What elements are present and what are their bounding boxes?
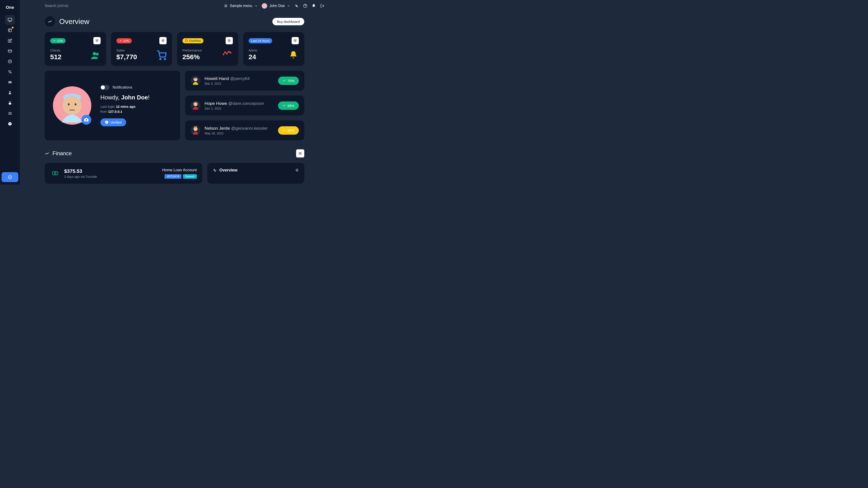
svg-rect-1 <box>8 29 11 32</box>
buy-dashboard-button[interactable]: Buy dashboard <box>272 18 304 25</box>
indent-icon <box>8 111 12 116</box>
stat-trend-pill: 12% <box>116 38 132 43</box>
svg-point-8 <box>10 72 11 73</box>
account-type-tag: Deposit <box>183 174 197 179</box>
verified-badge-button[interactable]: Verified <box>100 119 126 126</box>
notifications-toggle[interactable] <box>100 85 110 90</box>
user-percentage-badge: 49% <box>278 126 299 135</box>
user-icon <box>8 91 12 95</box>
theme-icon <box>294 4 299 8</box>
avatar-small <box>262 3 267 8</box>
pulse-icon <box>213 168 217 172</box>
stat-settings-button[interactable] <box>93 37 101 44</box>
user-menu-trigger[interactable]: John Doe <box>262 3 290 8</box>
sidebar-item-login[interactable] <box>5 98 15 108</box>
section-menu-button[interactable] <box>296 149 304 158</box>
svg-point-36 <box>74 103 76 105</box>
sidebar: One ? <box>0 0 20 184</box>
overview-label: Overview <box>219 168 292 173</box>
gear-icon <box>227 39 231 42</box>
svg-point-15 <box>264 4 266 6</box>
user-avatar <box>191 76 200 86</box>
user-name-label: John Doe <box>270 4 285 8</box>
camera-icon <box>84 118 89 122</box>
svg-point-34 <box>63 96 82 115</box>
sample-menu-trigger[interactable]: Sample menu <box>224 4 258 8</box>
logout-icon <box>320 4 324 8</box>
help-button[interactable] <box>303 4 307 8</box>
gear-icon <box>295 168 299 172</box>
user-date: Dec 1, 2021 <box>205 107 274 110</box>
sidebar-item-ui[interactable] <box>5 46 15 56</box>
overview-settings-button[interactable] <box>295 168 299 172</box>
alert-icon <box>185 39 188 42</box>
chevron-right-circle-icon <box>8 175 12 180</box>
sidebar-item-barcode[interactable] <box>5 77 15 87</box>
svg-point-19 <box>93 52 96 55</box>
sidebar-item-responsive[interactable] <box>5 67 15 77</box>
finance-transaction-card: $375.53 3 days ago via Turcotte Home Loa… <box>45 163 202 184</box>
svg-text:?: ? <box>9 123 11 125</box>
sidebar-item-tables[interactable] <box>5 25 15 35</box>
table-icon <box>8 28 12 32</box>
svg-point-43 <box>193 127 197 131</box>
user-avatar <box>191 101 200 110</box>
page-title: Overview <box>59 18 268 26</box>
verified-icon <box>105 121 108 124</box>
stat-card-performance: Overflow Performance 256% <box>177 32 238 66</box>
trend-down-icon <box>283 129 286 132</box>
sidebar-item-styles[interactable] <box>5 57 15 66</box>
stat-settings-button[interactable] <box>159 37 166 44</box>
svg-point-31 <box>295 40 296 41</box>
brand-logo: One <box>6 2 14 15</box>
svg-point-25 <box>229 40 230 41</box>
percent-icon <box>8 70 12 74</box>
stat-trend-pill: 12% <box>50 38 66 43</box>
menu-icon <box>298 152 302 155</box>
search-input[interactable]: Search (ctrl+k) <box>45 4 220 8</box>
toggle-knob <box>101 86 105 90</box>
svg-point-18 <box>96 40 97 41</box>
money-icon-wrap <box>50 168 60 178</box>
stat-card-alerts: Last 24 Hours Alerts 24 <box>243 32 305 66</box>
cart-icon <box>157 51 166 60</box>
sidebar-item-submenu[interactable] <box>5 108 15 119</box>
trend-icon <box>48 19 52 24</box>
svg-point-9 <box>9 91 11 93</box>
sidebar-item-monitor[interactable] <box>5 15 15 25</box>
edit-icon <box>8 39 12 43</box>
last-login-info: Last login 12 mins ago from 127.0.0.1 <box>100 104 172 114</box>
chevron-down-icon <box>254 4 258 7</box>
svg-point-21 <box>162 40 163 41</box>
chevron-down-icon <box>287 4 290 7</box>
svg-point-22 <box>160 59 161 60</box>
svg-point-6 <box>10 62 10 62</box>
change-avatar-button[interactable] <box>81 115 91 125</box>
stat-settings-button[interactable] <box>291 37 299 44</box>
greeting: Howdy, John Doe! <box>100 94 172 101</box>
lock-icon <box>8 101 12 105</box>
svg-point-7 <box>8 70 9 71</box>
svg-point-26 <box>223 54 224 55</box>
svg-point-30 <box>230 52 231 53</box>
notifications-button[interactable] <box>311 4 316 8</box>
user-name: Nelson Jerde @geovanni.kessler <box>205 126 274 131</box>
theme-toggle-button[interactable] <box>294 4 299 8</box>
gear-icon <box>293 39 297 42</box>
stat-settings-button[interactable] <box>225 37 233 44</box>
logout-button[interactable] <box>320 4 324 8</box>
sidebar-item-about[interactable]: ? <box>5 119 15 129</box>
sidebar-action-button[interactable] <box>2 172 18 182</box>
page-title-icon-wrap <box>45 16 55 27</box>
stat-card-sales: 12% Sales $7,770 <box>111 32 172 66</box>
sidebar-item-forms[interactable] <box>5 36 15 46</box>
stat-trend-pill: Overflow <box>182 38 204 43</box>
help-circle-icon <box>303 4 307 8</box>
transaction-amount: $375.53 <box>64 168 158 174</box>
help-icon: ? <box>8 122 12 126</box>
account-number-tag: 45721474 <box>164 174 181 179</box>
sidebar-item-profile[interactable] <box>5 88 15 98</box>
notifications-label: Notifications <box>113 86 132 90</box>
svg-point-35 <box>68 103 70 105</box>
user-list: Howell Hand @percy64 Mar 3, 2021 70% Hop… <box>185 71 304 140</box>
